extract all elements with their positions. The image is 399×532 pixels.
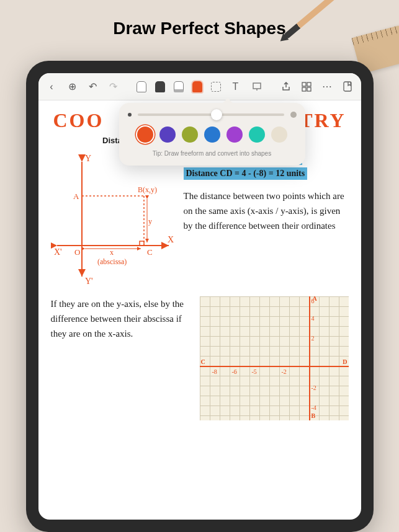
- svg-rect-0: [253, 83, 261, 89]
- slider-max-icon: [290, 112, 297, 118]
- svg-rect-11: [140, 241, 144, 246]
- svg-text:B(x,y): B(x,y): [138, 185, 157, 194]
- color-swatch-4[interactable]: [226, 126, 243, 143]
- text-tool[interactable]: T: [230, 81, 242, 93]
- svg-rect-3: [307, 82, 311, 86]
- bookmark-button[interactable]: [342, 81, 354, 93]
- grid-chart: 6 A 4 2 D C -8 -6 -5 -2 -2 -4 B: [200, 296, 349, 420]
- color-swatch-3[interactable]: [204, 126, 220, 143]
- color-swatch-6[interactable]: [271, 126, 287, 143]
- slider-min-icon: [128, 113, 132, 117]
- svg-text:Y': Y': [85, 277, 93, 286]
- back-button[interactable]: ‹: [46, 81, 58, 93]
- stroke-slider[interactable]: [128, 112, 297, 118]
- svg-text:X: X: [168, 235, 174, 244]
- color-swatch-1[interactable]: [159, 126, 176, 143]
- tool-group: T: [137, 81, 263, 93]
- redo-button[interactable]: ↷: [107, 81, 119, 93]
- promo-headline: Draw Perfect Shapes: [0, 0, 399, 51]
- undo-button[interactable]: ↶: [87, 81, 99, 93]
- paragraph-1: The distance between two points which ar…: [184, 188, 349, 233]
- paragraph-2: If they are on the y-axis, else by the d…: [51, 296, 191, 420]
- svg-rect-2: [302, 82, 306, 86]
- svg-text:X': X': [54, 247, 62, 257]
- color-swatch-2[interactable]: [182, 126, 198, 143]
- tablet-frame: ‹ ⊕ ↶ ↷ T ⋯: [26, 61, 374, 532]
- svg-text:y: y: [148, 217, 152, 226]
- toolbar: ‹ ⊕ ↶ ↷ T ⋯: [38, 73, 361, 100]
- svg-rect-6: [344, 82, 351, 91]
- svg-rect-4: [302, 87, 306, 91]
- screen: ‹ ⊕ ↶ ↷ T ⋯: [38, 73, 361, 520]
- presentation-tool[interactable]: [251, 81, 263, 93]
- eraser-tool[interactable]: [174, 81, 184, 92]
- svg-text:A: A: [73, 192, 79, 201]
- shape-tool-selected[interactable]: [192, 81, 202, 92]
- color-swatch-0[interactable]: [137, 126, 153, 143]
- svg-text:O: O: [74, 247, 80, 257]
- slider-track[interactable]: [138, 113, 284, 116]
- color-swatch-5[interactable]: [249, 126, 265, 143]
- color-palette: [128, 126, 297, 143]
- share-button[interactable]: [280, 81, 292, 93]
- svg-text:Y: Y: [85, 154, 91, 163]
- svg-text:(abscissa): (abscissa): [97, 257, 127, 266]
- tool-popover: Tip: Draw freeform and convert into shap…: [119, 103, 305, 166]
- calc-column: Distance AB = 6 - (-2) = 8 units Distanc…: [184, 153, 349, 289]
- svg-text:x: x: [110, 248, 114, 257]
- grid-view-button[interactable]: [301, 81, 313, 93]
- more-button[interactable]: ⋯: [321, 81, 333, 93]
- pen-tool-1[interactable]: [137, 81, 146, 92]
- highlight-2: Distance CD = 4 - (-8) = 12 units: [184, 167, 308, 180]
- lasso-tool[interactable]: [211, 82, 221, 92]
- slider-knob[interactable]: [211, 109, 222, 120]
- svg-rect-5: [307, 87, 311, 91]
- svg-text:C: C: [147, 247, 153, 257]
- pen-tool-2[interactable]: [155, 81, 165, 92]
- add-button[interactable]: ⊕: [66, 81, 78, 93]
- popover-tip: Tip: Draw freeform and convert into shap…: [128, 150, 297, 157]
- coordinate-diagram: Y Y' X X' O A B(x,y) C x y (abscissa): [51, 153, 175, 289]
